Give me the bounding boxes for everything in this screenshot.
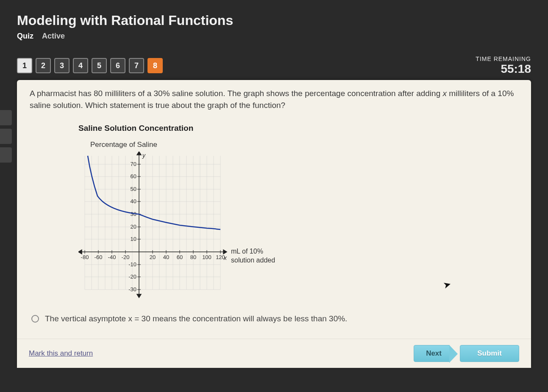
tab-status: Active <box>42 32 65 41</box>
edge-tool-icon[interactable] <box>0 147 12 163</box>
svg-text:40: 40 <box>163 254 169 260</box>
svg-text:-80: -80 <box>81 254 89 260</box>
timer-label: TIME REMAINING <box>476 55 531 62</box>
question-nav-6[interactable]: 6 <box>110 58 125 73</box>
next-button[interactable]: Next <box>414 345 450 362</box>
tab-quiz[interactable]: Quiz <box>17 32 33 41</box>
svg-marker-32 <box>78 250 82 254</box>
question-nav-4[interactable]: 4 <box>73 58 88 73</box>
timer: TIME REMAINING 55:18 <box>476 55 531 76</box>
svg-text:-60: -60 <box>95 254 103 260</box>
question-nav-1[interactable]: 1 <box>17 58 32 73</box>
svg-text:100: 100 <box>202 254 211 260</box>
svg-text:70: 70 <box>131 161 136 167</box>
answer-option-text: The vertical asymptote x = 30 means the … <box>45 314 347 323</box>
mark-return-link[interactable]: Mark this and return <box>29 349 93 358</box>
svg-text:-20: -20 <box>128 273 136 280</box>
question-number-list: 1 2 3 4 5 6 7 8 <box>17 58 163 73</box>
question-nav-5[interactable]: 5 <box>92 58 107 73</box>
svg-text:-10: -10 <box>128 261 136 268</box>
chart-xlabel: mL of 10% solution added <box>231 247 275 265</box>
page-title: Modeling with Rational Functions <box>17 13 531 28</box>
svg-text:40: 40 <box>131 198 136 204</box>
prompt-variable: x <box>443 89 447 98</box>
chart-area: -80-60 -40-20 2040 6080 100120 7060 5040… <box>78 152 299 304</box>
svg-text:-40: -40 <box>108 254 116 260</box>
svg-text:80: 80 <box>190 254 196 260</box>
svg-text:20: 20 <box>131 224 136 230</box>
chart-title: Saline Solution Concentration <box>78 124 518 133</box>
question-nav-7[interactable]: 7 <box>129 58 144 73</box>
svg-text:60: 60 <box>177 254 183 260</box>
edge-tool-icon[interactable] <box>0 129 12 144</box>
svg-text:20: 20 <box>150 254 156 260</box>
svg-marker-31 <box>223 250 227 254</box>
timer-value: 55:18 <box>476 62 531 76</box>
header: Modeling with Rational Functions Quiz Ac… <box>0 0 548 55</box>
question-nav-3[interactable]: 3 <box>54 58 70 73</box>
question-prompt: A pharmacist has 80 milliliters of a 30%… <box>30 88 518 111</box>
svg-text:-20: -20 <box>122 254 130 260</box>
nav-buttons: Next Submit <box>414 345 519 362</box>
submit-button[interactable]: Submit <box>460 345 519 362</box>
edge-tool-icon[interactable] <box>0 110 12 125</box>
answer-option[interactable]: The vertical asymptote x = 30 means the … <box>31 314 518 323</box>
svg-text:-30: -30 <box>128 286 136 293</box>
prompt-part1: A pharmacist has 80 milliliters of a 30%… <box>30 89 443 98</box>
chart-block: Saline Solution Concentration Percentage… <box>78 124 518 304</box>
svg-text:10: 10 <box>131 236 136 242</box>
bottom-bar: Mark this and return Next Submit <box>17 339 531 368</box>
question-nav-8[interactable]: 8 <box>147 58 163 73</box>
x-axis-var: x <box>223 254 227 261</box>
svg-text:50: 50 <box>131 186 136 192</box>
svg-marker-35 <box>137 294 141 298</box>
header-tabs: Quiz Active <box>17 32 531 41</box>
chart-ylabel: Percentage of Saline <box>90 141 518 149</box>
left-edge-toolbar <box>0 110 12 163</box>
radio-icon[interactable] <box>31 315 39 323</box>
chart-svg: -80-60 -40-20 2040 6080 100120 7060 5040… <box>78 152 231 300</box>
y-axis-var: y <box>142 152 146 159</box>
question-nav-row: 1 2 3 4 5 6 7 8 TIME REMAINING 55:18 <box>0 55 548 80</box>
question-nav-2[interactable]: 2 <box>36 58 51 73</box>
svg-marker-34 <box>137 152 141 155</box>
svg-text:60: 60 <box>131 173 136 179</box>
content-panel: A pharmacist has 80 milliliters of a 30%… <box>17 80 531 368</box>
